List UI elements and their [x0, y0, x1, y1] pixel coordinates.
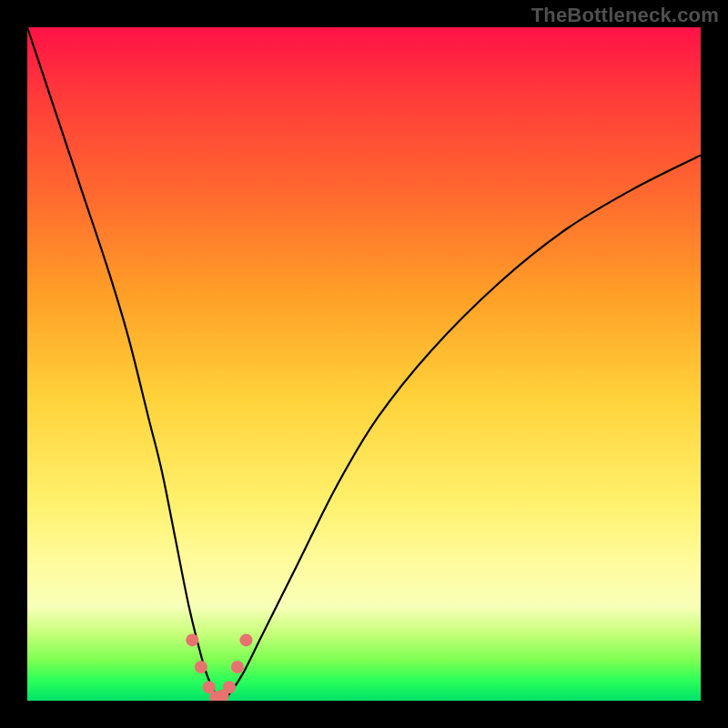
valley-marker [223, 681, 236, 693]
watermark-text: TheBottleneck.com [531, 4, 719, 27]
valley-marker [240, 633, 253, 646]
curve-svg [27, 27, 701, 701]
bottleneck-curve [27, 27, 701, 701]
valley-marker [186, 633, 198, 646]
valley-marker [195, 661, 207, 673]
valley-marker [231, 661, 244, 673]
chart-frame: TheBottleneck.com [0, 0, 728, 728]
plot-area [27, 27, 701, 701]
valley-markers [186, 633, 252, 701]
